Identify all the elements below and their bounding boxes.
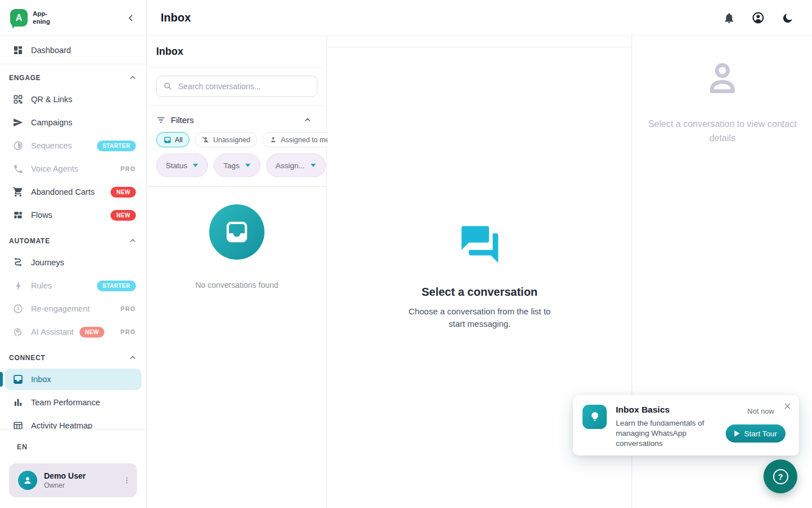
user-role: Owner — [44, 481, 86, 489]
empty-state-title: Select a conversation — [422, 286, 538, 299]
sidebar-item-re-engagement[interactable]: Re-engagement PRO — [5, 298, 142, 319]
phone-icon — [12, 163, 24, 174]
sidebar-item-label: Inbox — [31, 375, 51, 384]
section-title: CONNECT — [9, 354, 45, 362]
caret-down-icon — [245, 163, 251, 168]
tags-dropdown[interactable]: Tags — [214, 154, 261, 177]
section-title: ENGAGE — [9, 74, 41, 82]
moon-icon[interactable] — [781, 11, 794, 24]
top-header: Inbox — [147, 0, 812, 36]
section-automate[interactable]: AUTOMATE — [5, 227, 142, 252]
inbox-chat-icon — [163, 135, 171, 144]
search-input[interactable] — [156, 76, 317, 97]
play-icon — [734, 430, 740, 437]
panel-title: Inbox — [147, 36, 326, 68]
sidebar-item-abandoned-carts[interactable]: Abandoned Carts NEW — [5, 181, 142, 203]
sidebar-item-label: Journeys — [31, 258, 64, 267]
sidebar-item-label: Dashboard — [31, 46, 71, 55]
sidebar-item-label: Sequences — [31, 141, 72, 150]
sidebar-item-label: Abandoned Carts — [31, 187, 95, 196]
dropdown-label: Assign... — [276, 161, 305, 170]
sidebar-item-dashboard[interactable]: Dashboard — [5, 40, 142, 61]
header-actions — [722, 11, 794, 24]
sidebar-logo-row: A App- ening — [0, 0, 146, 36]
sidebar-item-journeys[interactable]: Journeys — [5, 252, 142, 273]
chat-empty-state: Select a conversation Choose a conversat… — [401, 222, 559, 330]
sidebar-item-flows[interactable]: Flows NEW — [5, 204, 142, 226]
section-engage[interactable]: ENGAGE — [5, 64, 142, 89]
inbox-chat-icon — [12, 374, 24, 385]
sidebar-item-label: QR & Links — [31, 95, 72, 104]
chip-label: Unassigned — [213, 136, 250, 144]
sidebar-item-activity-heatmap[interactable]: Activity Heatmap — [5, 415, 142, 429]
sidebar-item-rules[interactable]: Rules STARTER — [5, 275, 142, 296]
bell-icon[interactable] — [722, 11, 735, 24]
sidebar-item-inbox[interactable]: Inbox — [5, 369, 142, 390]
assignee-dropdown[interactable]: Assign... — [266, 154, 326, 177]
close-icon[interactable] — [783, 402, 792, 410]
pro-label: PRO — [121, 165, 136, 172]
filter-chips: All Unassigned Assigned to me — [156, 132, 317, 147]
person-outline-icon — [704, 61, 741, 98]
heatmap-grid-icon — [12, 420, 24, 429]
section-connect[interactable]: CONNECT — [5, 344, 142, 369]
sidebar-item-sequences[interactable]: Sequences STARTER — [5, 135, 142, 156]
sidebar-item-label: Re-engagement — [31, 304, 90, 313]
ai-head-icon — [12, 326, 24, 338]
sidebar-item-label: Campaigns — [31, 118, 72, 127]
conversation-list-panel: Inbox Filters All — [147, 36, 327, 508]
user-card[interactable]: Demo User Owner — [9, 463, 137, 497]
empty-state-subtitle: Choose a conversation from the list to s… — [401, 305, 559, 330]
sidebar-footer: EN Demo User Owner — [0, 429, 146, 508]
sidebar-item-label: AI Assistant — [31, 327, 74, 336]
help-button[interactable]: ? — [764, 459, 797, 493]
send-icon — [12, 117, 24, 128]
sidebar-item-label: Team Performance — [31, 398, 100, 407]
filters-header[interactable]: Filters — [156, 112, 317, 127]
search-icon — [163, 81, 173, 91]
language-selector[interactable]: EN — [9, 443, 137, 451]
pro-label: PRO — [121, 305, 136, 312]
tour-title: Inbox Basics — [616, 405, 670, 415]
app-logo-icon: A — [10, 9, 28, 27]
chip-all[interactable]: All — [156, 132, 189, 147]
dropdown-label: Tags — [223, 161, 240, 170]
sidebar-item-voice-agents[interactable]: Voice Agents PRO — [5, 158, 142, 179]
question-mark-icon: ? — [773, 469, 788, 484]
chip-assigned-to-me[interactable]: Assigned to me — [262, 132, 336, 147]
not-now-link[interactable]: Not now — [747, 407, 774, 415]
page-title: Inbox — [161, 11, 191, 24]
sidebar-collapse-icon[interactable] — [126, 13, 136, 23]
user-meta: Demo User Owner — [44, 471, 86, 489]
sidebar-item-qr-links[interactable]: QR & Links — [5, 89, 142, 110]
chevron-up-icon — [129, 73, 137, 82]
kebab-menu-icon[interactable] — [122, 476, 131, 485]
sidebar-nav: Dashboard ENGAGE QR & Links Campaigns — [0, 36, 146, 429]
inbox-empty-icon — [209, 204, 264, 260]
person-slash-icon — [201, 135, 210, 144]
starter-badge: STARTER — [97, 281, 136, 291]
chip-unassigned[interactable]: Unassigned — [195, 132, 257, 147]
contact-empty-text: Select a conversation to view contact de… — [638, 117, 807, 146]
caret-down-icon — [192, 163, 198, 168]
filter-dropdowns: Status Tags Assign... — [156, 154, 317, 177]
tour-body: Learn the fundamentals of managing Whats… — [616, 418, 724, 449]
app-logo-text: App- ening — [33, 10, 50, 25]
app-logo-letter: A — [16, 13, 23, 23]
new-badge: NEW — [111, 187, 136, 198]
chevron-up-icon — [129, 237, 137, 245]
sidebar-item-ai-assistant[interactable]: AI Assistant NEW PRO — [5, 321, 142, 343]
sidebar: A App- ening Dashboard ENGAGE — [0, 0, 147, 508]
sidebar-item-campaigns[interactable]: Campaigns — [5, 112, 142, 133]
account-icon[interactable] — [752, 11, 765, 24]
person-icon — [269, 135, 277, 144]
start-tour-button[interactable]: Start Tour — [726, 424, 785, 443]
search-box — [156, 76, 317, 97]
status-dropdown[interactable]: Status — [156, 154, 208, 177]
bar-chart-icon — [12, 397, 24, 408]
half-circle-icon — [12, 140, 24, 151]
sidebar-item-team-performance[interactable]: Team Performance — [5, 392, 142, 413]
starter-badge: STARTER — [97, 141, 136, 151]
lightbulb-icon — [582, 405, 607, 429]
new-badge: NEW — [111, 210, 136, 221]
